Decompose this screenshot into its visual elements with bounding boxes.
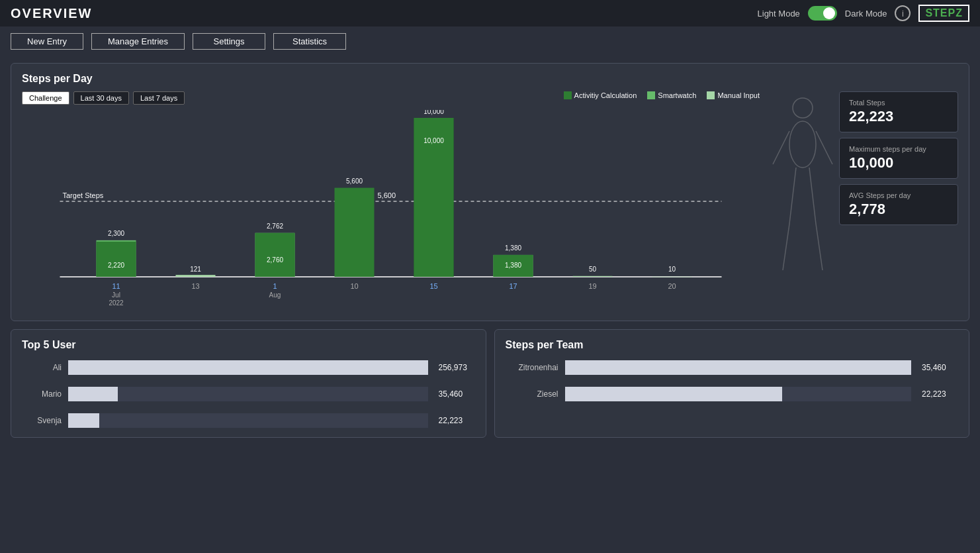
team-ziesel-track	[565, 387, 912, 401]
new-entry-button[interactable]: New Entry	[11, 33, 83, 50]
human-figure-container	[766, 91, 839, 306]
bar-11-date: 11	[112, 282, 120, 290]
bar-19-date: 19	[588, 282, 596, 290]
bar-13-date: 13	[191, 282, 199, 290]
chart-controls: Challenge Last 30 days Last 7 days	[22, 91, 185, 105]
total-steps-card: Total Steps 22,223	[839, 91, 958, 132]
toggle-knob	[823, 7, 835, 19]
svg-line-4	[789, 168, 796, 224]
team-zitronenhai-fill	[565, 360, 912, 375]
legend-activity-label: Activitiy Calculation	[574, 91, 637, 99]
user-svenja-fill	[68, 413, 99, 428]
user-svenja-track	[68, 413, 428, 428]
bar-11-top-val: 2,300	[108, 230, 124, 237]
bar-15-top-val: 10,000	[423, 110, 444, 115]
bar-11-bottom	[97, 242, 136, 277]
legend-manual-dot	[707, 91, 715, 99]
target-value: 5,600	[378, 191, 396, 199]
bar-1-top-val: 2,762	[267, 223, 283, 230]
human-figure	[766, 91, 839, 303]
user-mario-track	[68, 387, 428, 401]
steps-chart-container: Challenge Last 30 days Last 7 days Activ…	[22, 91, 958, 311]
team-zitronenhai-track	[565, 360, 912, 375]
svg-point-1	[789, 121, 816, 168]
steps-per-team-title: Steps per Team	[506, 339, 959, 351]
bar-13	[176, 275, 216, 277]
user-ali-fill	[68, 360, 428, 375]
team-zitronenhai-row: Zitronenhai 35,460	[506, 360, 959, 375]
team-ziesel-fill	[565, 387, 782, 401]
header: OVERVIEW Light Mode Dark Mode i STEPZ	[0, 0, 980, 26]
user-ali-value: 256,973	[439, 363, 475, 372]
user-svenja-row: Svenja 22,223	[22, 413, 475, 428]
bar-17-top-val: 1,380	[505, 244, 521, 252]
bar-20-val: 10	[668, 266, 676, 273]
svg-line-2	[773, 131, 789, 164]
target-label: Target Steps	[63, 191, 104, 199]
svg-point-0	[793, 98, 813, 118]
user-mario-value: 35,460	[439, 389, 475, 399]
bar-11-year: 2022	[109, 299, 124, 307]
team-ziesel-row: Ziesel 22,223	[506, 387, 959, 401]
manage-entries-button[interactable]: Manage Entries	[91, 33, 185, 50]
user-svenja-value: 22,223	[439, 416, 475, 425]
stats-and-figure: Total Steps 22,223 Maximum steps per day…	[766, 91, 958, 311]
dark-mode-toggle[interactable]	[808, 6, 837, 21]
bar-15-bottom-val: 10,000	[423, 137, 444, 144]
max-steps-value: 10,000	[849, 154, 948, 172]
team-ziesel-value: 22,223	[922, 389, 958, 399]
max-steps-card: Maximum steps per day 10,000	[839, 138, 958, 179]
bar-1-month: Aug	[269, 291, 281, 299]
steps-chart-main: Challenge Last 30 days Last 7 days Activ…	[22, 91, 760, 311]
bar-20-date: 20	[668, 282, 676, 290]
steps-bar-chart: Target Steps 5,600 2,300 2,220 11	[22, 110, 760, 309]
user-ali-track	[68, 360, 428, 375]
bar-20	[652, 277, 692, 277]
steps-per-day-title: Steps per Day	[22, 73, 958, 85]
avg-steps-value: 2,778	[849, 201, 948, 218]
svg-line-3	[816, 131, 832, 164]
bar-1-date: 1	[273, 282, 277, 290]
settings-button[interactable]: Settings	[193, 33, 265, 50]
last30-btn[interactable]: Last 30 days	[73, 91, 129, 105]
dark-mode-label: Dark Mode	[845, 9, 887, 19]
legend-smartwatch-label: Smartwatch	[658, 91, 696, 99]
bottom-row: Top 5 User Ali 256,973 Mario 35,460	[11, 329, 969, 438]
main-content: Steps per Day Challenge Last 30 days Las…	[0, 56, 980, 444]
chart-legend: Activitiy Calculation Smartwatch Manual …	[564, 91, 760, 99]
steps-per-day-card: Steps per Day Challenge Last 30 days Las…	[11, 63, 969, 321]
bar-19-val: 50	[589, 266, 597, 273]
svg-line-5	[809, 168, 816, 224]
bar-11-bottom-val: 2,220	[108, 262, 124, 269]
bar-15-date: 15	[429, 282, 437, 290]
user-ali-label: Ali	[22, 363, 62, 372]
challenge-btn[interactable]: Challenge	[22, 91, 69, 105]
user-ali-row: Ali 256,973	[22, 360, 475, 375]
stats-sidebar: Total Steps 22,223 Maximum steps per day…	[839, 91, 958, 225]
avg-steps-label: AVG Steps per day	[849, 191, 948, 199]
team-zitronenhai-label: Zitronenhai	[506, 363, 558, 372]
info-icon[interactable]: i	[895, 5, 911, 21]
top5-user-title: Top 5 User	[22, 339, 475, 351]
bar-11-month: Jul	[112, 291, 120, 299]
legend-activity: Activitiy Calculation	[564, 91, 637, 99]
bar-19	[573, 276, 613, 277]
header-controls: Light Mode Dark Mode i STEPZ	[758, 5, 969, 22]
legend-smartwatch: Smartwatch	[647, 91, 696, 99]
top5-user-bar-chart: Ali 256,973 Mario 35,460 Svenja	[22, 360, 475, 428]
legend-activity-dot	[564, 91, 572, 99]
bar-17-date: 17	[509, 282, 517, 290]
last7-btn[interactable]: Last 7 days	[133, 91, 185, 105]
bar-1-bottom-val: 2,760	[267, 256, 283, 264]
brand-name: STEP	[925, 7, 956, 19]
statistics-button[interactable]: Statistics	[273, 33, 346, 50]
user-mario-label: Mario	[22, 389, 62, 399]
brand-letter: Z	[956, 7, 963, 19]
user-svenja-label: Svenja	[22, 416, 62, 425]
svg-line-6	[783, 224, 789, 270]
total-steps-value: 22,223	[849, 108, 948, 125]
avg-steps-card: AVG Steps per day 2,778	[839, 184, 958, 225]
bar-13-val: 121	[190, 266, 201, 273]
user-mario-row: Mario 35,460	[22, 387, 475, 401]
user-mario-fill	[68, 387, 118, 401]
